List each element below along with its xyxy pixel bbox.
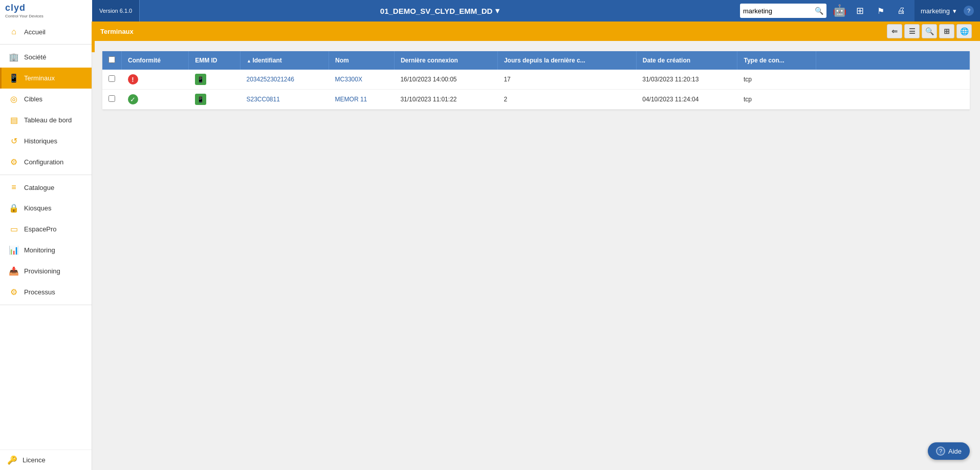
row1-checkbox-cell[interactable] [102, 70, 122, 90]
header-icons: 🤖 ⊞ ⚑ 🖨 [831, 2, 910, 20]
catalogue-icon: ≡ [9, 183, 19, 192]
sidebar-footer-licence[interactable]: 🔑 Licence [0, 450, 92, 470]
sidebar-item-espacepro[interactable]: ▭ EspacePro [0, 219, 92, 240]
row1-checkbox[interactable] [108, 75, 115, 82]
sort-asc-icon [247, 57, 252, 64]
sidebar-item-tableau-de-bord[interactable]: ▤ Tableau de bord [0, 110, 92, 131]
provisioning-icon: 📥 [9, 266, 19, 276]
help-button[interactable]: ? Aide [928, 442, 970, 460]
status-ok-icon: ✓ [128, 94, 138, 104]
user-help-icon[interactable]: ? [964, 6, 974, 16]
sidebar-item-terminaux[interactable]: 📱 Terminaux [0, 68, 92, 89]
processus-icon: ⚙ [9, 287, 19, 297]
sidebar-item-accueil[interactable]: ⌂ Accueil [0, 22, 92, 42]
row2-type-con: tcp [737, 90, 816, 110]
search-input[interactable] [743, 7, 815, 15]
scroll-indicator [92, 22, 95, 52]
globe-toolbar-btn[interactable]: 🌐 [956, 24, 972, 38]
menu-toolbar-btn[interactable]: ☰ [904, 24, 920, 38]
table-area: Conformité EMM ID Identifiant Nom Derniè… [92, 41, 980, 470]
home-icon: ⌂ [9, 27, 19, 36]
select-all-checkbox[interactable] [108, 56, 115, 63]
row2-nom-link[interactable]: MEMOR 11 [335, 96, 367, 103]
table-header: Conformité EMM ID Identifiant Nom Derniè… [102, 51, 970, 70]
sidebar-item-processus[interactable]: ⚙ Processus [0, 282, 92, 303]
top-header: clyd Control Your Devices Version 6.1.0 … [0, 0, 980, 22]
col-nom[interactable]: Nom [329, 51, 395, 70]
col-type-con[interactable]: Type de con... [737, 51, 816, 70]
flag-icon-btn[interactable]: ⚑ [872, 2, 890, 20]
status-error-icon: ! [128, 74, 138, 84]
user-dropdown-icon: ▾ [953, 7, 956, 15]
grid-icon: ⊞ [944, 27, 950, 35]
header-search[interactable]: 🔍 [740, 4, 826, 18]
sidebar-item-catalogue[interactable]: ≡ Catalogue [0, 177, 92, 198]
device-icon-1: 📱 [195, 74, 206, 85]
device-icon-2: 📱 [195, 94, 206, 105]
content-area: Terminaux ⇐ ☰ 🔍 ⊞ 🌐 [92, 22, 980, 470]
config-icon: ⚙ [9, 157, 19, 167]
user-name: marketing [921, 7, 950, 15]
row1-nom[interactable]: MC3300X [329, 70, 395, 90]
row2-checkbox[interactable] [108, 95, 115, 102]
col-identifiant[interactable]: Identifiant [240, 51, 329, 70]
sidebar-item-configuration[interactable]: ⚙ Configuration [0, 152, 92, 173]
search-toolbar-btn[interactable]: 🔍 [922, 24, 937, 38]
search-toolbar-icon: 🔍 [925, 27, 934, 35]
row1-conformite: ! [122, 70, 189, 90]
sidebar-item-historiques[interactable]: ↺ Historiques [0, 131, 92, 152]
data-table: Conformité EMM ID Identifiant Nom Derniè… [102, 51, 970, 110]
col-extra [816, 51, 970, 70]
terminaux-icon: 📱 [9, 73, 19, 83]
windows-icon-btn[interactable]: ⊞ [851, 2, 869, 20]
sidebar-item-societe[interactable]: 🏢 Société [0, 47, 92, 68]
user-menu[interactable]: marketing ▾ ? [914, 0, 980, 22]
sidebar-item-provisioning[interactable]: 📥 Provisioning [0, 261, 92, 282]
table-body: ! 📱 20342523021246 MC3300X 16/10/2023 14… [102, 70, 970, 110]
table-header-row: Conformité EMM ID Identifiant Nom Derniè… [102, 51, 970, 70]
print-icon: 🖨 [897, 6, 905, 15]
android-icon-btn[interactable]: 🤖 [831, 2, 849, 20]
col-checkbox[interactable] [102, 51, 122, 70]
sidebar-label-provisioning: Provisioning [24, 267, 60, 275]
header-dropdown-icon[interactable]: ▾ [495, 6, 499, 15]
col-date-creation[interactable]: Date de création [636, 51, 737, 70]
col-jours[interactable]: Jours depuis la dernière c... [497, 51, 636, 70]
sidebar-item-kiosques[interactable]: 🔒 Kiosques [0, 198, 92, 219]
sidebar-label-processus: Processus [24, 288, 55, 296]
row1-identifiant[interactable]: 20342523021246 [240, 70, 329, 90]
row1-extra [816, 70, 970, 90]
windows-icon: ⊞ [856, 5, 864, 16]
row2-identifiant-link[interactable]: S23CC0811 [246, 96, 279, 103]
monitoring-icon: 📊 [9, 245, 19, 255]
sidebar-item-monitoring[interactable]: 📊 Monitoring [0, 240, 92, 261]
row1-emm-id: 📱 [189, 70, 241, 90]
row1-identifiant-link[interactable]: 20342523021246 [246, 76, 294, 83]
col-conformite[interactable]: Conformité [122, 51, 189, 70]
help-label: Aide [948, 447, 962, 455]
search-icon[interactable]: 🔍 [815, 7, 823, 15]
header-title-text: 01_DEMO_SV_CLYD_EMM_DD [380, 7, 493, 15]
sidebar-label-tableau-de-bord: Tableau de bord [24, 116, 72, 124]
sidebar-divider-3 [0, 305, 92, 305]
breadcrumb-bar: Terminaux ⇐ ☰ 🔍 ⊞ 🌐 [92, 22, 980, 41]
tableau-icon: ▤ [9, 115, 19, 125]
sidebar-divider-2 [0, 175, 92, 175]
sidebar-item-cibles[interactable]: ◎ Cibles [0, 89, 92, 110]
col-emm-id[interactable]: EMM ID [189, 51, 241, 70]
row2-checkbox-cell[interactable] [102, 90, 122, 110]
row2-identifiant[interactable]: S23CC0811 [240, 90, 329, 110]
print-icon-btn[interactable]: 🖨 [892, 2, 910, 20]
licence-icon: 🔑 [7, 455, 17, 465]
row1-nom-link[interactable]: MC3300X [335, 76, 362, 83]
row2-date-creation: 04/10/2023 11:24:04 [636, 90, 737, 110]
share-toolbar-btn[interactable]: ⇐ [887, 24, 902, 38]
grid-toolbar-btn[interactable]: ⊞ [939, 24, 954, 38]
table-row: ! 📱 20342523021246 MC3300X 16/10/2023 14… [102, 70, 970, 90]
row2-nom[interactable]: MEMOR 11 [329, 90, 395, 110]
cibles-icon: ◎ [9, 94, 19, 104]
share-icon: ⇐ [891, 27, 898, 35]
col-derniere-connexion[interactable]: Dernière connexion [394, 51, 497, 70]
row1-type-con: tcp [737, 70, 816, 90]
sidebar-label-kiosques: Kiosques [24, 204, 51, 212]
